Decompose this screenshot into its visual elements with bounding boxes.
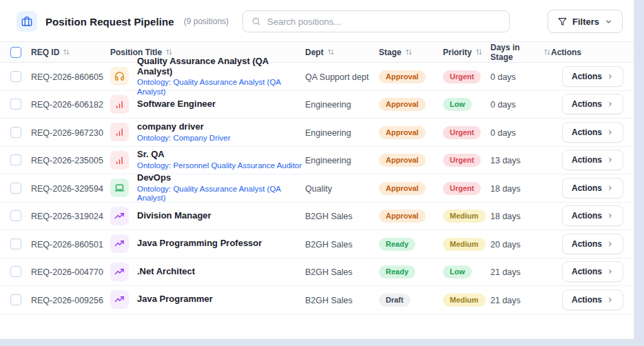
column-header-stage[interactable]: Stage (379, 48, 443, 57)
req-id: REQ-2026-606182 (31, 100, 103, 110)
priority-badge: Urgent (443, 182, 481, 195)
table-row: REQ-2026-009256 Java Programmer B2GH Sal… (0, 286, 634, 314)
days-cell: 21 days (490, 267, 521, 277)
position-title: .Net Architect (137, 267, 195, 277)
row-actions-button[interactable]: Actions (562, 234, 623, 254)
app-header: Position Request Pipeline (9 positions) … (0, 0, 634, 41)
column-label: REQ ID (31, 48, 59, 57)
row-checkbox[interactable] (10, 71, 21, 82)
days-cell: 0 days (490, 72, 516, 82)
req-id: REQ-2026-329594 (31, 184, 103, 194)
req-id: REQ-2026-860501 (31, 240, 103, 250)
funnel-icon (558, 17, 567, 26)
actions-button-label: Actions (572, 99, 602, 109)
position-title: Division Manager (137, 211, 211, 221)
row-checkbox[interactable] (10, 154, 21, 165)
position-title: Sr. QA (137, 150, 302, 160)
actions-button-label: Actions (572, 211, 602, 221)
column-header-days-in-stage[interactable]: Days in Stage (490, 43, 551, 62)
row-checkbox[interactable] (10, 238, 21, 250)
column-header-dept[interactable]: Dept (305, 48, 379, 57)
row-actions-button[interactable]: Actions (562, 122, 623, 143)
ontology-link[interactable]: Ontology: Personnel Quality Assurance Au… (137, 161, 302, 170)
column-label: Actions (551, 48, 581, 57)
trending-up-icon (110, 207, 129, 225)
row-actions-button[interactable]: Actions (562, 261, 623, 282)
actions-button-label: Actions (572, 128, 602, 137)
dept-cell: Engineering (305, 128, 351, 138)
priority-badge: Medium (443, 238, 486, 251)
headphones-icon (110, 67, 129, 85)
table-row: REQ-2026-004770 .Net Architect B2GH Sale… (0, 258, 634, 287)
row-checkbox[interactable] (10, 99, 21, 110)
chevron-right-icon (607, 212, 614, 219)
positions-count: (9 positions) (184, 17, 229, 26)
table-row: REQ-2026-860501 Java Programming Profess… (0, 230, 634, 258)
row-actions-button[interactable]: Actions (562, 289, 623, 310)
trending-up-icon (110, 234, 129, 253)
row-checkbox[interactable] (10, 210, 21, 221)
chevron-right-icon (607, 296, 614, 303)
bar-chart-icon (110, 123, 129, 141)
days-cell: 21 days (490, 296, 521, 305)
req-id: REQ-2026-860605 (31, 72, 103, 82)
table-row: REQ-2026-860605 Quality Assurance Analys… (0, 63, 634, 91)
column-label: Priority (443, 48, 472, 57)
sort-icon (327, 48, 335, 56)
sort-icon (543, 48, 551, 56)
position-title: company driver (137, 122, 231, 132)
priority-badge: Medium (443, 210, 486, 223)
row-actions-button[interactable]: Actions (562, 150, 623, 170)
chevron-right-icon (607, 101, 614, 108)
table-row: REQ-2026-319024 Division Manager B2GH Sa… (0, 203, 634, 231)
ontology-link[interactable]: Ontology: Quality Assurance Analyst (QA … (137, 78, 305, 96)
column-header-req-id[interactable]: REQ ID (31, 48, 110, 57)
column-label: Days in Stage (490, 43, 540, 62)
chevron-right-icon (607, 73, 614, 80)
bar-chart-icon (110, 95, 129, 114)
dept-cell: Engineering (305, 100, 351, 110)
req-id: REQ-2026-235005 (31, 156, 103, 165)
position-pipeline-panel: Position Request Pipeline (9 positions) … (0, 0, 634, 340)
row-actions-button[interactable]: Actions (562, 66, 623, 87)
days-cell: 0 days (490, 128, 516, 138)
stage-badge: Approval (379, 70, 426, 83)
dept-cell: B2GH Sales (305, 267, 353, 277)
actions-button-label: Actions (572, 267, 602, 276)
actions-button-label: Actions (572, 183, 602, 193)
row-actions-button[interactable]: Actions (562, 178, 623, 199)
row-checkbox[interactable] (10, 294, 21, 305)
priority-badge: Low (443, 265, 472, 278)
row-checkbox[interactable] (10, 266, 21, 277)
ontology-link[interactable]: Ontology: Quality Assurance Analyst (QA … (137, 185, 305, 203)
table-row: REQ-2026-606182 Software Engineer Engine… (0, 91, 634, 119)
stage-badge: Ready (379, 265, 415, 278)
column-label: Stage (379, 48, 402, 57)
row-checkbox[interactable] (10, 127, 21, 138)
row-actions-button[interactable]: Actions (562, 205, 623, 226)
filters-button[interactable]: Filters (548, 10, 623, 33)
priority-badge: Medium (443, 294, 486, 307)
position-title: Software Engineer (137, 99, 216, 110)
priority-badge: Low (443, 98, 472, 111)
position-title: Quality Assurance Analyst (QA Analyst) (137, 57, 305, 77)
row-checkbox[interactable] (10, 183, 21, 194)
table-row: REQ-2026-329594 DevOps Ontology: Quality… (0, 174, 634, 203)
days-cell: 20 days (490, 240, 521, 250)
stage-badge: Approval (379, 126, 426, 139)
chevron-right-icon (607, 129, 614, 136)
search-box[interactable] (242, 10, 510, 32)
table-body: REQ-2026-860605 Quality Assurance Analys… (0, 63, 634, 314)
ontology-link[interactable]: Ontology: Company Driver (137, 134, 231, 143)
column-header-priority[interactable]: Priority (443, 48, 490, 57)
column-label: Dept (305, 48, 324, 57)
priority-badge: Urgent (443, 126, 481, 139)
select-all-checkbox[interactable] (10, 47, 21, 58)
actions-button-label: Actions (572, 72, 602, 81)
position-title: Java Programming Professor (137, 238, 262, 249)
row-actions-button[interactable]: Actions (562, 94, 623, 114)
priority-badge: Urgent (443, 154, 481, 167)
search-input[interactable] (267, 17, 501, 27)
stage-badge: Ready (379, 238, 415, 251)
chevron-down-icon (605, 18, 612, 26)
